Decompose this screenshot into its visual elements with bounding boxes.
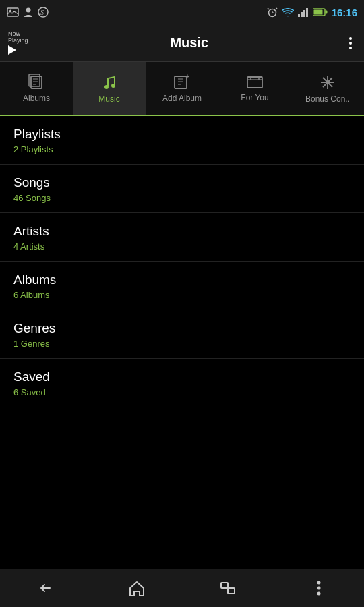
back-button[interactable] <box>29 575 63 602</box>
image-icon <box>7 7 19 17</box>
tab-for-you[interactable]: For You <box>218 62 291 115</box>
tab-bar: Albums Music + Add Album For You <box>0 62 364 116</box>
bonus-tab-icon <box>318 73 337 92</box>
tab-add-album-label: Add Album <box>162 94 202 103</box>
albums-title: Albums <box>13 272 351 287</box>
recents-icon <box>218 580 237 596</box>
svg-point-20 <box>326 80 330 84</box>
tab-bonus-content[interactable]: Bonus Con.. <box>291 62 364 115</box>
tab-add-album[interactable]: + Add Album <box>146 62 218 115</box>
play-icon <box>8 45 16 55</box>
tab-albums-label: Albums <box>23 94 50 103</box>
playlists-subtitle: 2 Playlists <box>13 144 351 154</box>
person-icon <box>23 7 34 18</box>
svg-rect-22 <box>228 588 235 594</box>
list-item-saved[interactable]: Saved 6 Saved <box>0 359 364 407</box>
svg-point-23 <box>317 581 320 585</box>
signal-icon <box>298 7 309 17</box>
app-title: Music <box>34 35 345 51</box>
svg-rect-6 <box>298 14 300 17</box>
main-content: Playlists 2 Playlists Songs 46 Songs Art… <box>0 116 364 569</box>
svg-point-24 <box>317 587 320 590</box>
overflow-menu-button[interactable] <box>345 34 356 52</box>
songs-title: Songs <box>13 175 351 190</box>
add-album-tab-icon: + <box>173 74 191 91</box>
albums-tab-icon <box>27 74 46 91</box>
overflow-dot <box>349 47 352 49</box>
list-item-playlists[interactable]: Playlists 2 Playlists <box>0 116 364 165</box>
status-bar-right: 16:16 <box>267 7 357 18</box>
albums-subtitle: 6 Albums <box>13 290 351 300</box>
artists-subtitle: 4 Artists <box>13 241 351 252</box>
battery-icon <box>313 8 328 16</box>
svg-rect-9 <box>306 8 308 17</box>
tab-music[interactable]: Music <box>73 62 146 115</box>
tab-albums[interactable]: Albums <box>0 62 73 115</box>
genres-subtitle: 1 Genres <box>13 339 351 349</box>
status-bar: S 16:16 <box>0 0 364 24</box>
svg-text:+: + <box>185 74 189 80</box>
svg-rect-21 <box>221 583 228 588</box>
svg-rect-11 <box>313 10 322 15</box>
snake-icon: S <box>38 7 49 18</box>
nav-overflow-button[interactable] <box>302 575 336 602</box>
bottom-nav <box>0 569 364 607</box>
saved-title: Saved <box>13 370 351 384</box>
playlists-title: Playlists <box>13 127 351 142</box>
saved-subtitle: 6 Saved <box>13 387 351 397</box>
genres-title: Genres <box>13 321 351 336</box>
music-list: Playlists 2 Playlists Songs 46 Songs Art… <box>0 116 364 569</box>
list-item-artists[interactable]: Artists 4 Artists <box>0 213 364 262</box>
svg-point-25 <box>317 592 320 596</box>
svg-rect-12 <box>325 11 327 14</box>
svg-point-15 <box>104 85 109 89</box>
list-item-songs[interactable]: Songs 46 Songs <box>0 165 364 213</box>
back-icon <box>36 580 55 596</box>
list-item-albums[interactable]: Albums 6 Albums <box>0 262 364 310</box>
svg-rect-19 <box>247 77 262 88</box>
list-item-genres[interactable]: Genres 1 Genres <box>0 310 364 359</box>
music-tab-icon <box>100 73 119 92</box>
wifi-icon <box>282 7 294 17</box>
svg-rect-8 <box>303 10 305 17</box>
tab-for-you-label: For You <box>241 93 268 103</box>
alarm-icon <box>267 7 278 18</box>
overflow-dot <box>349 42 352 45</box>
status-bar-left: S <box>7 7 49 18</box>
home-icon <box>127 579 146 597</box>
overflow-dot <box>349 37 352 40</box>
recents-button[interactable] <box>211 575 245 602</box>
tab-music-label: Music <box>98 94 119 104</box>
nav-overflow-icon <box>317 581 321 596</box>
svg-point-2 <box>26 8 31 13</box>
time-display: 16:16 <box>332 7 357 18</box>
for-you-tab-icon <box>245 74 264 90</box>
home-button[interactable] <box>120 575 154 602</box>
now-playing[interactable]: Now Playing <box>8 31 28 55</box>
songs-subtitle: 46 Songs <box>13 193 351 203</box>
svg-text:S: S <box>40 9 44 16</box>
svg-rect-7 <box>301 12 303 17</box>
artists-title: Artists <box>13 224 351 239</box>
svg-point-16 <box>111 84 115 88</box>
tab-bonus-label: Bonus Con.. <box>305 94 350 104</box>
app-bar: Now Playing Music <box>0 24 364 62</box>
